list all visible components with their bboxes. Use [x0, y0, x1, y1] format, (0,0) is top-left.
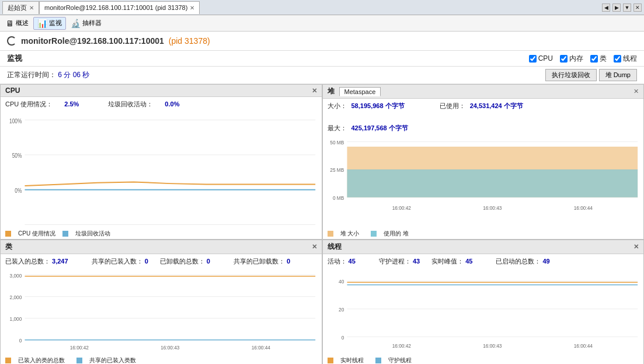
tab-home[interactable]: 起始页 ✕	[2, 1, 39, 14]
cpu-chart-svg: 100% 50% 0% 16:00:42,000 16:00:42,500 16…	[1, 112, 322, 228]
cpu-chart-body: 100% 50% 0% 16:00:42,000 16:00:42,500 16…	[1, 112, 322, 228]
svg-text:25 MB: 25 MB	[330, 167, 344, 173]
thread-legend-daemon-box	[375, 358, 381, 363]
thread-panel-close[interactable]: ✕	[633, 243, 639, 251]
svg-text:50%: 50%	[12, 152, 22, 159]
tab-monitor[interactable]: monitorRole@192.168.100.117:10001 (pid 3…	[39, 1, 200, 14]
charts-area: CPU ✕ CPU 使用情况： 2.5% 垃圾回收活动： 0.0% 100% 5…	[0, 84, 644, 357]
svg-text:1,000: 1,000	[10, 316, 22, 322]
gc-button[interactable]: 执行垃圾回收	[545, 69, 597, 81]
toolbar-monitor[interactable]: 📊 监视	[33, 17, 66, 30]
heap-legend-used-label: 使用的 堆	[384, 230, 409, 238]
heap-chart-svg: 50 MB 25 MB 0 MB 16:00:42 16:00:43 16:00…	[323, 136, 644, 228]
svg-text:16:00:42: 16:00:42	[392, 344, 411, 349]
thread-chart-svg: 40 20 0 16:00:42 16:00:43 16:00:44	[323, 269, 644, 355]
thread-daemon-value: 43	[413, 258, 420, 265]
heap-legend: 堆 大小 使用的 堆	[323, 228, 644, 239]
window-title-bar: monitorRole@192.168.100.117:10001 (pid 3…	[0, 32, 644, 51]
cpu-legend-usage-box	[5, 231, 11, 237]
class-legend-loaded-box	[5, 358, 11, 363]
heap-panel-header: 堆 Metaspace ✕	[323, 85, 644, 99]
nav-forward[interactable]: ▶	[612, 4, 621, 12]
svg-text:0%: 0%	[15, 187, 22, 194]
checkbox-thread[interactable]: 线程	[614, 54, 637, 64]
nav-down[interactable]: ▼	[623, 4, 631, 12]
class-stats: 已装入的总数： 3,247 共享的已装入数： 0 已卸载的总数： 0 共享的已卸…	[1, 254, 322, 269]
checkbox-thread-label: 线程	[623, 54, 637, 64]
tab-monitor-close[interactable]: ✕	[190, 5, 194, 11]
thread-active-value: 45	[349, 258, 356, 265]
checkbox-cpu-input[interactable]	[529, 55, 537, 63]
svg-text:16:00:42: 16:00:42	[70, 345, 89, 351]
cpu-panel: CPU ✕ CPU 使用情况： 2.5% 垃圾回收活动： 0.0% 100% 5…	[0, 84, 322, 240]
uptime-container: 正常运行时间： 6 分 06 秒	[7, 70, 89, 80]
svg-text:16:00:42: 16:00:42	[392, 205, 411, 211]
cpu-panel-close[interactable]: ✕	[312, 87, 317, 95]
heap-dump-button[interactable]: 堆 Dump	[599, 69, 637, 81]
thread-legend: 实时线程 守护线程	[323, 355, 644, 364]
monitor-checkboxes: CPU 内存 类 线程	[529, 54, 637, 64]
toolbar-sampler[interactable]: 🔬 抽样器	[67, 18, 105, 29]
checkbox-memory[interactable]: 内存	[560, 54, 583, 64]
nav-close[interactable]: ✕	[633, 4, 642, 12]
cpu-legend: CPU 使用情况 垃圾回收活动	[1, 228, 322, 239]
checkbox-class-input[interactable]	[590, 55, 598, 63]
checkbox-thread-input[interactable]	[614, 55, 621, 63]
heap-panel: 堆 Metaspace ✕ 大小： 58,195,968 个字节 已使用： 24…	[322, 84, 645, 240]
cpu-panel-header: CPU ✕	[1, 85, 322, 97]
cpu-stats: CPU 使用情况： 2.5% 垃圾回收活动： 0.0%	[1, 97, 322, 112]
cpu-legend-gc-label: 垃圾回收活动	[75, 230, 110, 238]
class-panel: 类 ✕ 已装入的总数： 3,247 共享的已装入数： 0 已卸载的总数： 0 共…	[0, 240, 322, 364]
heap-stats: 大小： 58,195,968 个字节 已使用： 24,531,424 个字节 最…	[323, 99, 644, 136]
checkbox-class[interactable]: 类	[590, 54, 607, 64]
overview-icon: 🖥	[6, 19, 14, 28]
heap-panel-close[interactable]: ✕	[633, 88, 639, 95]
toolbar-overview-label: 概述	[16, 19, 29, 27]
class-panel-header: 类 ✕	[1, 240, 322, 254]
monitor-label: 监视	[7, 53, 22, 64]
uptime-value: 6 分 06 秒	[58, 71, 89, 79]
class-shared-loaded-value: 0	[145, 258, 148, 265]
thread-peak-value: 45	[465, 258, 472, 265]
action-buttons: 执行垃圾回收 堆 Dump	[545, 69, 637, 81]
heap-chart-body: 50 MB 25 MB 0 MB 16:00:42 16:00:43 16:00…	[323, 136, 644, 228]
cpu-gc-value: 0.0%	[165, 99, 179, 110]
checkbox-cpu[interactable]: CPU	[529, 54, 553, 63]
nav-back[interactable]: ◀	[602, 4, 610, 12]
class-chart-body: 3,000 2,000 1,000 0 16:00:42 16:00:43 16…	[1, 269, 322, 355]
heap-panel-title: 堆	[328, 86, 335, 96]
svg-text:3,000: 3,000	[10, 273, 22, 279]
heap-used-label: 已使用：	[440, 101, 465, 112]
sampler-icon: 🔬	[71, 19, 81, 28]
class-shared-loaded-label: 共享的已装入数：	[92, 258, 143, 265]
svg-text:0: 0	[341, 335, 344, 341]
thread-chart-body: 40 20 0 16:00:42 16:00:43 16:00:44	[323, 269, 644, 355]
thread-panel-header: 线程 ✕	[323, 240, 644, 254]
cpu-legend-gc-box	[62, 231, 68, 237]
thread-legend-live-label: 实时线程	[340, 356, 364, 364]
title-bar: 起始页 ✕ monitorRole@192.168.100.117:10001 …	[0, 0, 644, 15]
cpu-panel-title: CPU	[5, 86, 20, 95]
heap-tabs: Metaspace	[339, 87, 381, 96]
class-loaded-label: 已装入的总数：	[5, 258, 50, 265]
toolbar: 🖥 概述 📊 监视 🔬 抽样器	[0, 15, 644, 32]
svg-marker-20	[347, 169, 638, 197]
cpu-usage-value: 2.5%	[64, 99, 79, 110]
class-chart-svg: 3,000 2,000 1,000 0 16:00:42 16:00:43 16…	[1, 269, 322, 355]
heap-legend-size-label: 堆 大小	[340, 230, 360, 238]
heap-tab-metaspace[interactable]: Metaspace	[339, 87, 381, 96]
heap-used-value: 24,531,424 个字节	[470, 101, 523, 112]
class-panel-title: 类	[5, 242, 12, 252]
refresh-icon	[7, 36, 16, 46]
monitor-header: 监视 CPU 内存 类 线程	[0, 51, 644, 67]
svg-text:0 MB: 0 MB	[332, 195, 344, 201]
svg-text:16:00:44: 16:00:44	[573, 344, 593, 349]
class-panel-close[interactable]: ✕	[312, 243, 317, 251]
tab-home-close[interactable]: ✕	[29, 5, 34, 11]
toolbar-overview[interactable]: 🖥 概述	[2, 18, 32, 29]
svg-text:16:00:43: 16:00:43	[483, 205, 502, 211]
uptime-label: 正常运行时间：	[7, 71, 56, 79]
svg-text:50 MB: 50 MB	[330, 140, 344, 145]
thread-stats: 活动： 45 守护进程： 43 实时峰值： 45 已启动的总数： 49	[323, 254, 644, 269]
checkbox-memory-input[interactable]	[560, 55, 568, 63]
